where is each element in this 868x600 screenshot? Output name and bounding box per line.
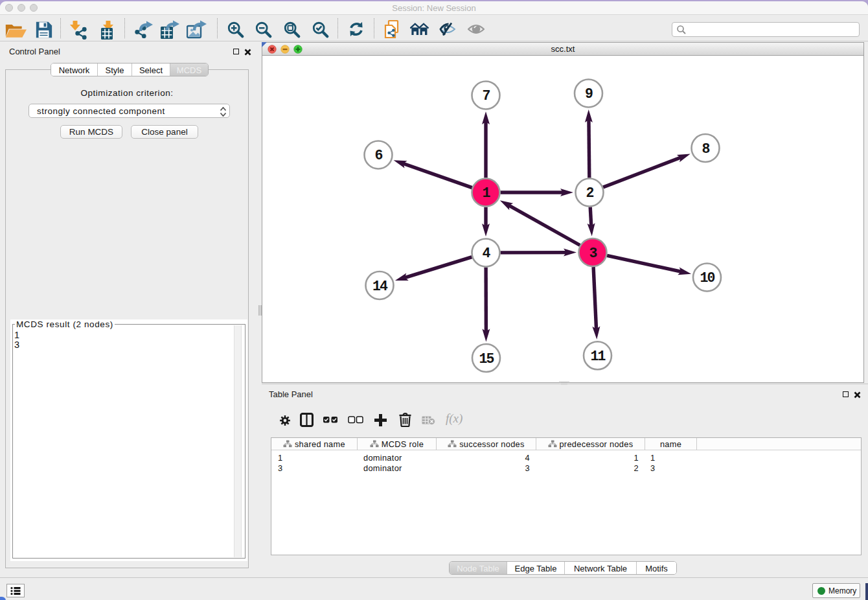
svg-text:9: 9 (585, 86, 593, 102)
svg-text:3: 3 (589, 246, 597, 261)
svg-text:11: 11 (591, 349, 606, 364)
svg-text:1: 1 (483, 185, 490, 201)
svg-text:8: 8 (702, 141, 710, 157)
svg-text:10: 10 (700, 270, 715, 286)
svg-text:7: 7 (483, 88, 490, 104)
svg-text:15: 15 (479, 351, 494, 367)
svg-text:14: 14 (372, 279, 388, 294)
svg-text:2: 2 (586, 185, 594, 201)
svg-text:6: 6 (375, 148, 383, 163)
